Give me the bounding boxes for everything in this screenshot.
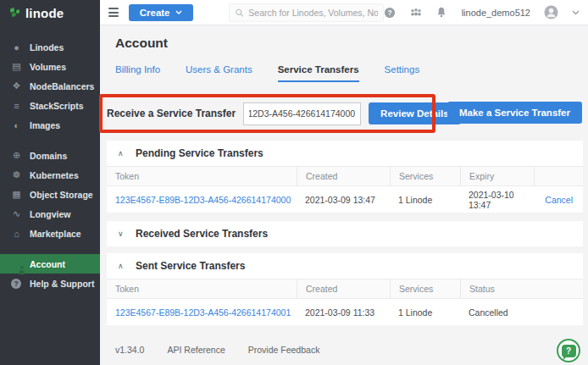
sidebar-item-label: StackScripts — [30, 101, 84, 111]
logo-text: linode — [25, 6, 64, 20]
tab-settings[interactable]: Settings — [385, 61, 420, 82]
make-service-transfer-button[interactable]: Make a Service Transfer — [447, 102, 582, 124]
account-tabs: Billing Info Users & Grants Service Tran… — [115, 61, 445, 82]
col-status: Status — [460, 279, 583, 298]
linodes-icon: ● — [11, 42, 22, 53]
help-icon[interactable]: ? — [384, 7, 396, 19]
sidebar-item-longview[interactable]: ∿ Longview — [0, 204, 100, 224]
kubernetes-icon: ☸ — [11, 169, 22, 180]
search-icon — [235, 8, 244, 18]
col-token: Token — [107, 167, 297, 185]
pending-table-header: Token Created Services Expiry — [107, 166, 583, 186]
transfer-token-input[interactable] — [243, 102, 361, 125]
sidebar-item-label: Object Storage — [30, 190, 93, 200]
chevron-down-icon — [175, 10, 182, 14]
api-reference-link[interactable]: API Reference — [167, 345, 225, 355]
sidebar-item-account[interactable]: Account — [0, 254, 100, 274]
table-row: 123E4567-E89B-12D3-A456-426614174001 202… — [107, 299, 583, 325]
sidebar-item-label: Account — [30, 259, 65, 269]
page-title: Account — [115, 36, 168, 51]
notifications-bell-icon[interactable] — [436, 7, 447, 18]
col-services: Services — [390, 167, 460, 185]
create-button[interactable]: Create — [129, 4, 193, 21]
sidebar-item-stackscripts[interactable]: ≡ StackScripts — [0, 96, 100, 115]
receive-transfer-bar: Receive a Service Transfer Review Detail… — [107, 100, 481, 127]
received-transfers-header[interactable]: ∨ Received Service Transfers — [107, 221, 583, 246]
sent-transfers-header[interactable]: ∧ Sent Service Transfers — [107, 253, 583, 279]
tab-users-grants[interactable]: Users & Grants — [186, 61, 252, 82]
domains-icon: ⊕ — [11, 150, 22, 161]
sidebar-item-kubernetes[interactable]: ☸ Kubernetes — [0, 165, 100, 185]
nodebalancers-icon: ❖ — [11, 80, 22, 91]
sent-transfers-card: ∧ Sent Service Transfers Token Created S… — [107, 253, 583, 325]
sidebar-item-domains[interactable]: ⊕ Domains — [0, 146, 100, 165]
status-cell: Cancelled — [460, 307, 583, 318]
volumes-icon: ▤ — [11, 61, 22, 72]
col-actions — [534, 167, 583, 185]
sidebar-item-label: Marketplace — [30, 229, 81, 239]
search-bar[interactable] — [229, 3, 384, 22]
col-services: Services — [390, 279, 460, 298]
col-expiry: Expiry — [460, 167, 534, 185]
support-chat-button[interactable]: ? — [557, 339, 580, 362]
col-token: Token — [107, 279, 297, 298]
stackscripts-icon: ≡ — [11, 101, 22, 111]
collapse-chevron-down-icon: ∨ — [118, 230, 126, 238]
section-title: Pending Service Transfers — [136, 147, 263, 159]
help-circle-icon: ? — [11, 279, 22, 289]
section-title: Received Service Transfers — [136, 228, 268, 240]
token-link[interactable]: 123E4567-E89B-12D3-A456-426614174000 — [115, 195, 291, 205]
svg-text:?: ? — [387, 8, 391, 17]
hamburger-menu-icon[interactable] — [108, 6, 119, 19]
expiry-cell: 2021-03-10 13:47 — [460, 190, 534, 210]
images-icon: ◐ — [11, 120, 22, 130]
sidebar-item-volumes[interactable]: ▤ Volumes — [0, 57, 100, 76]
username: linode_demo512 — [462, 8, 530, 18]
sidebar-item-object-storage[interactable]: ▦ Object Storage — [0, 185, 100, 204]
sidebar-item-label: Domains — [30, 151, 67, 161]
chat-question-icon: ? — [562, 345, 576, 357]
marketplace-icon: ⌂ — [11, 229, 22, 239]
sidebar-item-label: Kubernetes — [30, 170, 79, 180]
provide-feedback-link[interactable]: Provide Feedback — [248, 345, 320, 355]
pending-transfers-header[interactable]: ∧ Pending Service Transfers — [107, 141, 583, 166]
main-content: Account Billing Info Users & Grants Serv… — [100, 25, 588, 365]
received-transfers-card: ∨ Received Service Transfers — [107, 221, 583, 246]
sidebar-item-label: Images — [30, 120, 60, 130]
linode-logo[interactable]: linode — [0, 0, 100, 25]
sidebar-item-images[interactable]: ◐ Images — [0, 115, 100, 135]
avatar[interactable] — [544, 5, 558, 19]
sidebar-item-label: Linodes — [30, 42, 64, 53]
topbar: Create ? linode_demo512 — [100, 0, 588, 25]
sent-table-header: Token Created Services Status — [107, 279, 583, 299]
search-input[interactable] — [248, 8, 377, 18]
pending-transfers-card: ∧ Pending Service Transfers Token Create… — [107, 141, 583, 213]
services-cell: 1 Linode — [390, 307, 460, 318]
col-created: Created — [297, 279, 390, 298]
create-button-label: Create — [140, 8, 170, 18]
section-title: Sent Service Transfers — [136, 260, 245, 272]
cancel-link[interactable]: Cancel — [545, 195, 573, 205]
col-created: Created — [297, 167, 390, 185]
sidebar-item-nodebalancers[interactable]: ❖ NodeBalancers — [0, 76, 100, 96]
sidebar-item-label: Longview — [30, 209, 70, 219]
tab-service-transfers[interactable]: Service Transfers — [278, 61, 359, 82]
community-icon[interactable] — [409, 8, 423, 18]
longview-icon: ∿ — [11, 208, 22, 219]
sidebar-item-marketplace[interactable]: ⌂ Marketplace — [0, 224, 100, 243]
services-cell: 1 Linode — [390, 195, 460, 205]
created-cell: 2021-03-09 11:33 — [297, 307, 390, 318]
collapse-chevron-up-icon: ∧ — [118, 149, 126, 158]
version-label: v1.34.0 — [115, 345, 144, 355]
object-storage-icon: ▦ — [11, 189, 22, 200]
sidebar-item-label: NodeBalancers — [30, 81, 94, 91]
sidebar-item-help-support[interactable]: ? Help & Support — [0, 274, 100, 293]
token-link[interactable]: 123E4567-E89B-12D3-A456-426614174001 — [115, 307, 291, 318]
user-menu-chevron-down-icon[interactable] — [572, 10, 580, 15]
collapse-chevron-up-icon: ∧ — [118, 262, 126, 270]
sidebar-item-label: Help & Support — [30, 279, 94, 289]
receive-transfer-label: Receive a Service Transfer — [107, 108, 236, 119]
sidebar-item-linodes[interactable]: ● Linodes — [0, 37, 100, 57]
table-row: 123E4567-E89B-12D3-A456-426614174000 202… — [107, 186, 583, 213]
tab-billing-info[interactable]: Billing Info — [115, 61, 160, 82]
